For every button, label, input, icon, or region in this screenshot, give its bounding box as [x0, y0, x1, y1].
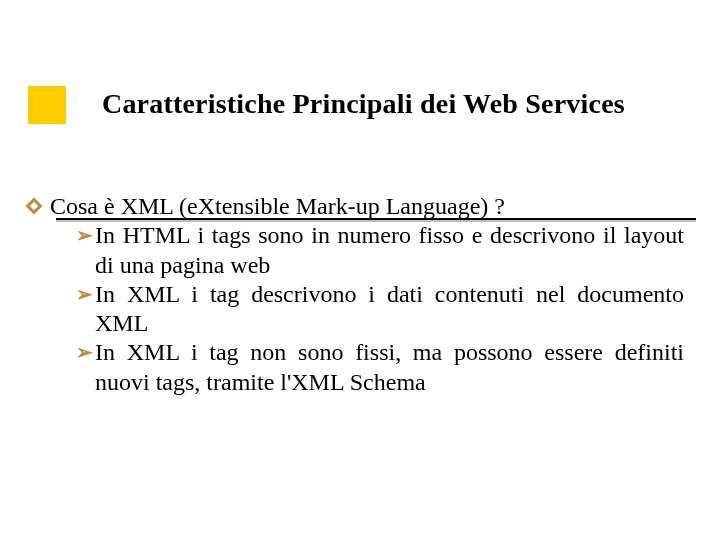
- list-item: ➢ In XML i tag descrivono i dati contenu…: [76, 280, 684, 339]
- list-item: ➢ In HTML i tags sono in numero fisso e …: [76, 221, 684, 280]
- slide-body: Cosa è XML (eXtensible Mark-up Language)…: [26, 192, 694, 397]
- list-item: Cosa è XML (eXtensible Mark-up Language)…: [26, 192, 694, 221]
- diamond-bullet-icon: [26, 198, 42, 214]
- arrow-bullet-icon: ➢: [76, 340, 93, 364]
- slide-header: Caratteristiche Principali dei Web Servi…: [0, 84, 720, 124]
- slide-title: Caratteristiche Principali dei Web Servi…: [102, 88, 625, 120]
- sublist: ➢ In HTML i tags sono in numero fisso e …: [76, 221, 684, 397]
- arrow-bullet-icon: ➢: [76, 282, 93, 306]
- level1-text: Cosa è XML (eXtensible Mark-up Language)…: [50, 192, 505, 221]
- level2-text: In XML i tag non sono fissi, ma possono …: [95, 338, 684, 397]
- arrow-bullet-icon: ➢: [76, 223, 93, 247]
- level2-text: In HTML i tags sono in numero fisso e de…: [95, 221, 684, 280]
- level2-text: In XML i tag descrivono i dati contenuti…: [95, 280, 684, 339]
- title-row: Caratteristiche Principali dei Web Servi…: [0, 84, 720, 124]
- slide: Caratteristiche Principali dei Web Servi…: [0, 0, 720, 540]
- list-item: ➢ In XML i tag non sono fissi, ma posson…: [76, 338, 684, 397]
- accent-square-icon: [28, 86, 66, 124]
